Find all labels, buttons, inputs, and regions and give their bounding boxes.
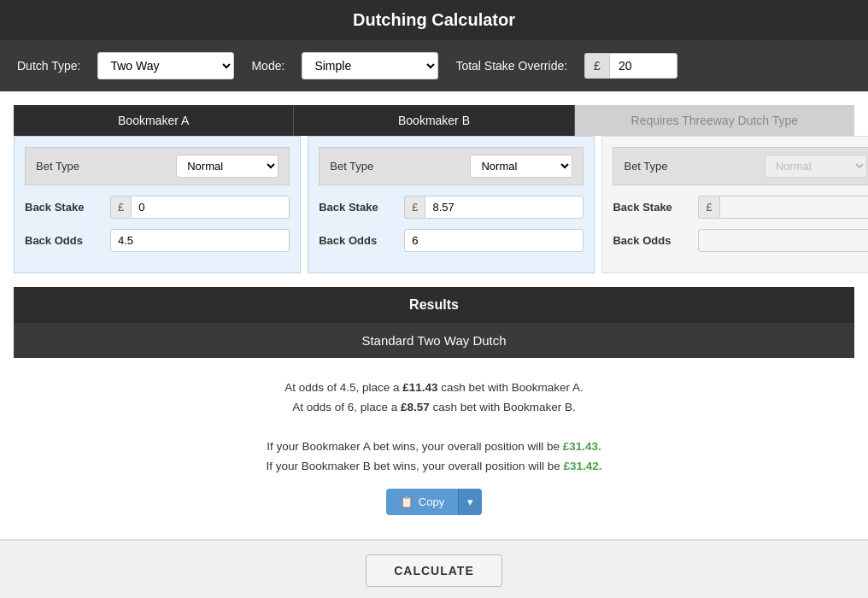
- bet-type-select-a[interactable]: Normal Each Way Lay: [176, 155, 279, 178]
- bet-type-select-c: Normal: [765, 155, 867, 178]
- back-odds-label-a: Back Odds: [25, 234, 110, 247]
- back-stake-input-a[interactable]: [131, 196, 290, 219]
- result-line-3: If your Bookmaker A bet wins, your overa…: [27, 437, 841, 457]
- copy-button[interactable]: 📋 Copy: [386, 489, 458, 515]
- back-stake-currency-b: £: [404, 196, 425, 219]
- bookmaker-panels: Bet Type Normal Each Way Lay Back Stake …: [14, 136, 854, 273]
- dutch-type-select[interactable]: Two Way Three Way: [97, 52, 234, 79]
- results-subheader: Standard Two Way Dutch: [14, 323, 854, 358]
- stake-currency-symbol: £: [584, 53, 609, 79]
- back-stake-label-b: Back Stake: [319, 201, 404, 214]
- tab-bookmaker-b[interactable]: Bookmaker B: [294, 105, 574, 136]
- panel-bookmaker-a: Bet Type Normal Each Way Lay Back Stake …: [14, 136, 301, 273]
- copy-dropdown-arrow[interactable]: ▾: [458, 489, 482, 515]
- back-stake-row-b: Back Stake £: [319, 196, 584, 219]
- back-odds-input-b[interactable]: [404, 229, 584, 252]
- back-odds-row-c: Back Odds: [613, 229, 868, 252]
- back-odds-input-c: [698, 229, 868, 252]
- back-stake-row-c: Back Stake £: [613, 196, 868, 219]
- result-line-4: If your Bookmaker B bet wins, your overa…: [27, 457, 841, 477]
- bet-type-row-c: Bet Type Normal: [613, 147, 868, 185]
- back-odds-input-a[interactable]: [110, 229, 290, 252]
- result-win-amount-a: £31.43.: [563, 440, 601, 453]
- copy-icon: 📋: [400, 495, 413, 508]
- back-odds-row-b: Back Odds: [319, 229, 584, 252]
- top-controls-bar: Dutch Type: Two Way Three Way Mode: Simp…: [0, 40, 868, 91]
- bookmaker-tabs: Bookmaker A Bookmaker B Requires Threewa…: [14, 105, 854, 136]
- back-stake-input-c: [719, 196, 868, 219]
- back-odds-label-b: Back Odds: [319, 234, 404, 247]
- stake-input[interactable]: [609, 53, 677, 79]
- bet-type-row-b: Bet Type Normal Each Way Lay: [319, 147, 584, 185]
- back-odds-label-c: Back Odds: [613, 234, 698, 247]
- tab-bookmaker-a[interactable]: Bookmaker A: [14, 105, 294, 136]
- result-amount-1: £11.43: [402, 381, 437, 394]
- back-stake-input-b[interactable]: [425, 196, 584, 219]
- bet-type-label-a: Bet Type: [36, 160, 79, 173]
- bet-type-label-b: Bet Type: [330, 160, 373, 173]
- back-stake-currency-c: £: [698, 196, 718, 219]
- chevron-down-icon: ▾: [467, 495, 473, 508]
- back-stake-label-a: Back Stake: [25, 201, 110, 214]
- mode-label: Mode:: [251, 59, 284, 73]
- results-body: At odds of 4.5, place a £11.43 cash bet …: [14, 368, 854, 525]
- bet-type-row-a: Bet Type Normal Each Way Lay: [25, 147, 290, 185]
- back-stake-currency-a: £: [110, 196, 131, 219]
- tab-bookmaker-c: Requires Threeway Dutch Type: [575, 105, 854, 136]
- bet-type-select-b[interactable]: Normal Each Way Lay: [470, 155, 572, 178]
- result-line-2: At odds of 6, place a £8.57 cash bet wit…: [27, 398, 841, 418]
- main-content: Bookmaker A Bookmaker B Requires Threewa…: [0, 91, 868, 539]
- bet-type-label-c: Bet Type: [624, 160, 667, 173]
- back-odds-row-a: Back Odds: [25, 229, 290, 252]
- footer-bar: CALCULATE: [0, 540, 868, 598]
- back-stake-row-a: Back Stake £: [25, 196, 290, 219]
- app-title: Dutching Calculator: [0, 0, 868, 40]
- panel-bookmaker-c: Bet Type Normal Back Stake £ Back Odds: [601, 136, 868, 273]
- stake-group: £: [584, 53, 677, 79]
- result-amount-2: £8.57: [401, 401, 430, 413]
- result-line-1: At odds of 4.5, place a £11.43 cash bet …: [27, 378, 841, 398]
- copy-button-group: 📋 Copy ▾: [27, 477, 841, 515]
- result-win-amount-b: £31.42.: [564, 460, 602, 472]
- back-stake-label-c: Back Stake: [613, 201, 698, 214]
- dutch-type-label: Dutch Type:: [17, 59, 80, 73]
- calculate-button[interactable]: CALCULATE: [366, 554, 502, 587]
- total-stake-label: Total Stake Override:: [455, 59, 567, 73]
- results-header: Results: [14, 287, 854, 323]
- mode-select[interactable]: Simple Advanced: [302, 52, 438, 79]
- panel-bookmaker-b: Bet Type Normal Each Way Lay Back Stake …: [308, 136, 595, 273]
